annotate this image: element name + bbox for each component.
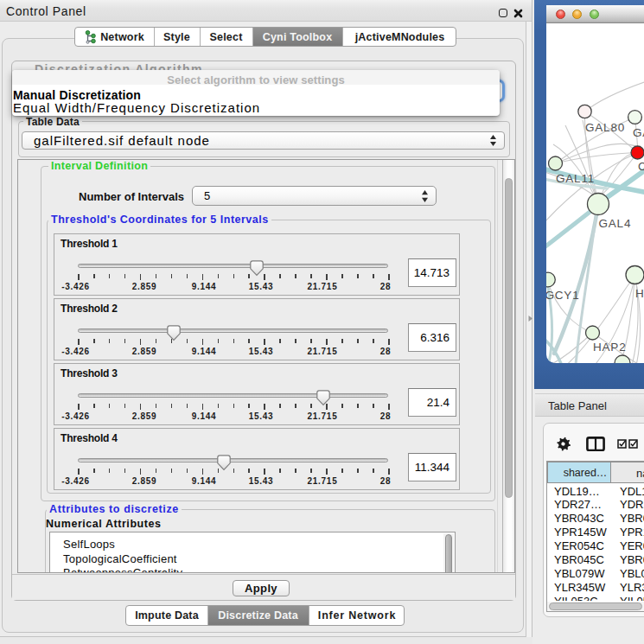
svg-text:C: C (638, 160, 644, 173)
svg-text:GAL80: GAL80 (585, 121, 625, 134)
svg-text:GCY1: GCY1 (546, 289, 579, 302)
svg-text:GAL11: GAL11 (556, 172, 595, 185)
svg-text:GA: GA (633, 126, 644, 139)
svg-text:GAL4: GAL4 (599, 217, 632, 230)
svg-text:HAP2: HAP2 (593, 341, 626, 354)
svg-text:H: H (635, 287, 644, 300)
